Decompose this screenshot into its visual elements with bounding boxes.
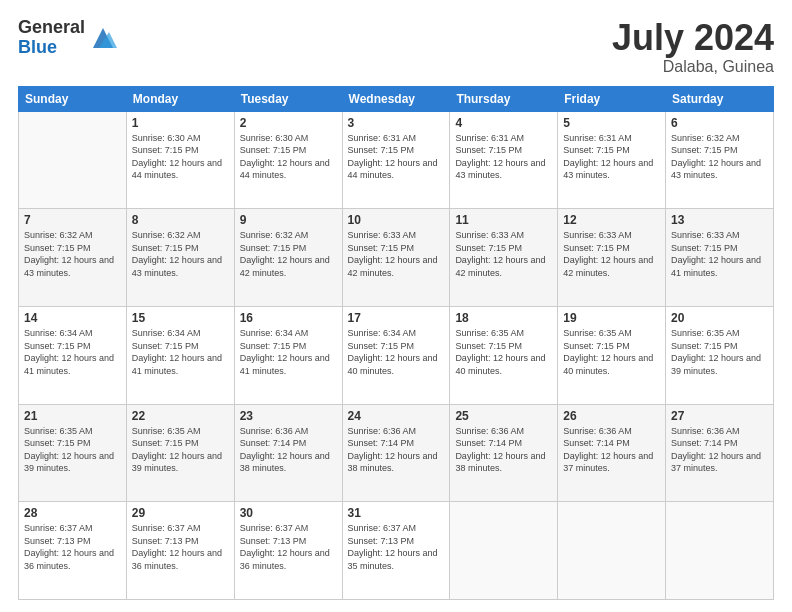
day-info: Sunrise: 6:35 AMSunset: 7:15 PMDaylight:… bbox=[671, 327, 768, 377]
logo-icon bbox=[89, 24, 117, 52]
table-row: 13Sunrise: 6:33 AMSunset: 7:15 PMDayligh… bbox=[666, 209, 774, 307]
table-row: 31Sunrise: 6:37 AMSunset: 7:13 PMDayligh… bbox=[342, 502, 450, 600]
table-row: 28Sunrise: 6:37 AMSunset: 7:13 PMDayligh… bbox=[19, 502, 127, 600]
table-row: 26Sunrise: 6:36 AMSunset: 7:14 PMDayligh… bbox=[558, 404, 666, 502]
day-number: 27 bbox=[671, 409, 768, 423]
table-row: 24Sunrise: 6:36 AMSunset: 7:14 PMDayligh… bbox=[342, 404, 450, 502]
day-info: Sunrise: 6:33 AMSunset: 7:15 PMDaylight:… bbox=[348, 229, 445, 279]
day-number: 3 bbox=[348, 116, 445, 130]
table-row: 25Sunrise: 6:36 AMSunset: 7:14 PMDayligh… bbox=[450, 404, 558, 502]
day-info: Sunrise: 6:34 AMSunset: 7:15 PMDaylight:… bbox=[24, 327, 121, 377]
calendar-table: Sunday Monday Tuesday Wednesday Thursday… bbox=[18, 86, 774, 600]
table-row: 4Sunrise: 6:31 AMSunset: 7:15 PMDaylight… bbox=[450, 111, 558, 209]
header-thursday: Thursday bbox=[450, 86, 558, 111]
day-info: Sunrise: 6:34 AMSunset: 7:15 PMDaylight:… bbox=[348, 327, 445, 377]
table-row: 29Sunrise: 6:37 AMSunset: 7:13 PMDayligh… bbox=[126, 502, 234, 600]
day-number: 19 bbox=[563, 311, 660, 325]
table-row: 8Sunrise: 6:32 AMSunset: 7:15 PMDaylight… bbox=[126, 209, 234, 307]
day-number: 24 bbox=[348, 409, 445, 423]
day-info: Sunrise: 6:34 AMSunset: 7:15 PMDaylight:… bbox=[240, 327, 337, 377]
calendar-week-4: 21Sunrise: 6:35 AMSunset: 7:15 PMDayligh… bbox=[19, 404, 774, 502]
table-row: 16Sunrise: 6:34 AMSunset: 7:15 PMDayligh… bbox=[234, 306, 342, 404]
day-number: 26 bbox=[563, 409, 660, 423]
day-number: 13 bbox=[671, 213, 768, 227]
table-row: 12Sunrise: 6:33 AMSunset: 7:15 PMDayligh… bbox=[558, 209, 666, 307]
header-sunday: Sunday bbox=[19, 86, 127, 111]
table-row: 18Sunrise: 6:35 AMSunset: 7:15 PMDayligh… bbox=[450, 306, 558, 404]
table-row: 5Sunrise: 6:31 AMSunset: 7:15 PMDaylight… bbox=[558, 111, 666, 209]
table-row: 2Sunrise: 6:30 AMSunset: 7:15 PMDaylight… bbox=[234, 111, 342, 209]
title-location: Dalaba, Guinea bbox=[612, 58, 774, 76]
logo-blue: Blue bbox=[18, 38, 85, 58]
day-number: 29 bbox=[132, 506, 229, 520]
table-row: 11Sunrise: 6:33 AMSunset: 7:15 PMDayligh… bbox=[450, 209, 558, 307]
calendar-week-1: 1Sunrise: 6:30 AMSunset: 7:15 PMDaylight… bbox=[19, 111, 774, 209]
day-info: Sunrise: 6:37 AMSunset: 7:13 PMDaylight:… bbox=[240, 522, 337, 572]
day-number: 17 bbox=[348, 311, 445, 325]
day-number: 5 bbox=[563, 116, 660, 130]
weekday-header-row: Sunday Monday Tuesday Wednesday Thursday… bbox=[19, 86, 774, 111]
day-info: Sunrise: 6:30 AMSunset: 7:15 PMDaylight:… bbox=[132, 132, 229, 182]
day-number: 25 bbox=[455, 409, 552, 423]
day-number: 22 bbox=[132, 409, 229, 423]
table-row: 20Sunrise: 6:35 AMSunset: 7:15 PMDayligh… bbox=[666, 306, 774, 404]
title-month: July 2024 bbox=[612, 18, 774, 58]
day-info: Sunrise: 6:37 AMSunset: 7:13 PMDaylight:… bbox=[348, 522, 445, 572]
day-number: 18 bbox=[455, 311, 552, 325]
day-number: 4 bbox=[455, 116, 552, 130]
day-number: 9 bbox=[240, 213, 337, 227]
day-number: 10 bbox=[348, 213, 445, 227]
day-info: Sunrise: 6:35 AMSunset: 7:15 PMDaylight:… bbox=[132, 425, 229, 475]
day-info: Sunrise: 6:36 AMSunset: 7:14 PMDaylight:… bbox=[455, 425, 552, 475]
day-info: Sunrise: 6:32 AMSunset: 7:15 PMDaylight:… bbox=[132, 229, 229, 279]
day-info: Sunrise: 6:36 AMSunset: 7:14 PMDaylight:… bbox=[240, 425, 337, 475]
day-number: 2 bbox=[240, 116, 337, 130]
day-info: Sunrise: 6:33 AMSunset: 7:15 PMDaylight:… bbox=[671, 229, 768, 279]
table-row bbox=[558, 502, 666, 600]
header-wednesday: Wednesday bbox=[342, 86, 450, 111]
header-monday: Monday bbox=[126, 86, 234, 111]
day-number: 28 bbox=[24, 506, 121, 520]
day-info: Sunrise: 6:31 AMSunset: 7:15 PMDaylight:… bbox=[563, 132, 660, 182]
table-row: 17Sunrise: 6:34 AMSunset: 7:15 PMDayligh… bbox=[342, 306, 450, 404]
day-info: Sunrise: 6:32 AMSunset: 7:15 PMDaylight:… bbox=[671, 132, 768, 182]
day-info: Sunrise: 6:31 AMSunset: 7:15 PMDaylight:… bbox=[455, 132, 552, 182]
table-row bbox=[450, 502, 558, 600]
day-number: 14 bbox=[24, 311, 121, 325]
day-number: 21 bbox=[24, 409, 121, 423]
day-info: Sunrise: 6:36 AMSunset: 7:14 PMDaylight:… bbox=[671, 425, 768, 475]
table-row: 7Sunrise: 6:32 AMSunset: 7:15 PMDaylight… bbox=[19, 209, 127, 307]
day-number: 7 bbox=[24, 213, 121, 227]
table-row: 23Sunrise: 6:36 AMSunset: 7:14 PMDayligh… bbox=[234, 404, 342, 502]
day-info: Sunrise: 6:30 AMSunset: 7:15 PMDaylight:… bbox=[240, 132, 337, 182]
page-header: General Blue July 2024 Dalaba, Guinea bbox=[18, 18, 774, 76]
day-info: Sunrise: 6:35 AMSunset: 7:15 PMDaylight:… bbox=[24, 425, 121, 475]
calendar-week-3: 14Sunrise: 6:34 AMSunset: 7:15 PMDayligh… bbox=[19, 306, 774, 404]
table-row: 22Sunrise: 6:35 AMSunset: 7:15 PMDayligh… bbox=[126, 404, 234, 502]
day-number: 15 bbox=[132, 311, 229, 325]
day-number: 6 bbox=[671, 116, 768, 130]
day-number: 31 bbox=[348, 506, 445, 520]
table-row bbox=[19, 111, 127, 209]
day-info: Sunrise: 6:37 AMSunset: 7:13 PMDaylight:… bbox=[132, 522, 229, 572]
day-number: 12 bbox=[563, 213, 660, 227]
header-friday: Friday bbox=[558, 86, 666, 111]
table-row: 15Sunrise: 6:34 AMSunset: 7:15 PMDayligh… bbox=[126, 306, 234, 404]
table-row: 14Sunrise: 6:34 AMSunset: 7:15 PMDayligh… bbox=[19, 306, 127, 404]
day-number: 1 bbox=[132, 116, 229, 130]
day-number: 20 bbox=[671, 311, 768, 325]
day-number: 30 bbox=[240, 506, 337, 520]
day-info: Sunrise: 6:36 AMSunset: 7:14 PMDaylight:… bbox=[563, 425, 660, 475]
calendar-week-2: 7Sunrise: 6:32 AMSunset: 7:15 PMDaylight… bbox=[19, 209, 774, 307]
title-block: July 2024 Dalaba, Guinea bbox=[612, 18, 774, 76]
table-row: 9Sunrise: 6:32 AMSunset: 7:15 PMDaylight… bbox=[234, 209, 342, 307]
logo-general: General bbox=[18, 18, 85, 38]
calendar-week-5: 28Sunrise: 6:37 AMSunset: 7:13 PMDayligh… bbox=[19, 502, 774, 600]
day-info: Sunrise: 6:32 AMSunset: 7:15 PMDaylight:… bbox=[240, 229, 337, 279]
day-number: 16 bbox=[240, 311, 337, 325]
day-info: Sunrise: 6:31 AMSunset: 7:15 PMDaylight:… bbox=[348, 132, 445, 182]
logo: General Blue bbox=[18, 18, 117, 58]
day-info: Sunrise: 6:33 AMSunset: 7:15 PMDaylight:… bbox=[563, 229, 660, 279]
table-row bbox=[666, 502, 774, 600]
day-info: Sunrise: 6:32 AMSunset: 7:15 PMDaylight:… bbox=[24, 229, 121, 279]
